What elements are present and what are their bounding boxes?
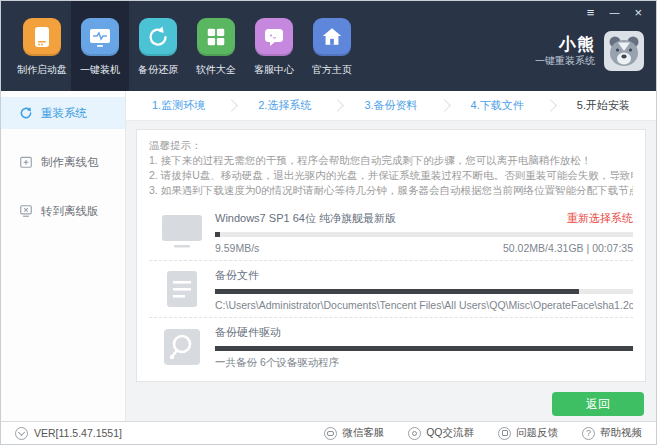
step-4-download-files: 4.下载文件	[451, 98, 544, 113]
toolbar-item-official-home[interactable]: 官方主页	[303, 1, 361, 91]
backup-files-progress-fill	[215, 289, 579, 294]
chevron-right-icon	[332, 99, 345, 112]
sidebar-item-label: 重装系统	[41, 106, 87, 121]
brand-title: 小熊	[535, 36, 595, 54]
toolbar-item-software-center[interactable]: 软件大全	[187, 1, 245, 91]
sidebar-item-reinstall-system[interactable]: 重装系统	[1, 97, 125, 129]
download-size-time: 50.02MB/4.31GB | 00:07:35	[503, 242, 633, 254]
step-label: 1.监测环境	[152, 99, 205, 111]
backup-drivers-progress-fill	[215, 346, 633, 351]
sidebar-item-label: 制作离线包	[41, 155, 99, 170]
tips-title: 温馨提示：	[149, 138, 633, 153]
footer-link-label: 帮助视频	[600, 426, 642, 440]
sidebar: 重装系统 制作离线包 转到离线版	[1, 91, 126, 421]
footer-links: 微信客服 QQ交流群 问题反馈 ? 帮助视频	[324, 426, 642, 440]
backup-files-row: 备份文件 C:\Users\Administrator\Documents\Te…	[149, 260, 633, 317]
help-video-link[interactable]: ? 帮助视频	[582, 426, 642, 440]
toolbar-item-label: 备份还原	[138, 63, 178, 77]
sidebar-item-offline-version[interactable]: 转到离线版	[1, 195, 125, 227]
menu-icon[interactable]: ≡	[587, 5, 595, 21]
feedback-icon	[498, 427, 511, 440]
backup-drivers-row: 备份硬件驱动 一共备份 6个设备驱动程序	[149, 317, 633, 376]
tip-line: 1. 接下来的过程无需您的干预，程序会帮助您自动完成剩下的步骤，您可以离开电脑稍…	[149, 153, 633, 168]
reselect-system-link[interactable]: 重新选择系统	[567, 211, 633, 226]
wechat-service-link[interactable]: 微信客服	[324, 426, 384, 440]
toolbar-item-boot-disk[interactable]: 制作启动盘	[13, 1, 71, 91]
chevron-right-icon	[438, 99, 451, 112]
system-title: Windows7 SP1 64位 纯净旗舰最新版	[215, 211, 396, 226]
qq-icon	[408, 427, 421, 440]
apps-grid-icon	[197, 18, 235, 56]
main-panel: 1.监测环境 2.选择系统 3.备份资料 4.下载文件 5.开始安装 温馨提示：…	[126, 91, 656, 421]
tips-block: 温馨提示： 1. 接下来的过程无需您的干预，程序会帮助您自动完成剩下的步骤，您可…	[149, 138, 633, 198]
backup-files-title: 备份文件	[215, 268, 259, 283]
titlebar-toolbar: ≡ — × 制作启动盘 一键装机 备份还原	[1, 1, 656, 91]
offline-version-icon	[19, 204, 33, 218]
back-button[interactable]: 返回	[552, 392, 644, 416]
backup-file-path: C:\Users\Administrator\Documents\Tencent…	[215, 299, 633, 311]
feedback-link[interactable]: 问题反馈	[498, 426, 558, 440]
tip-line: 3. 如果遇到下载速度为0的情况时请耐心等待几分钟，服务器会自动根据您当前网络位…	[149, 183, 633, 198]
sidebar-item-offline-package[interactable]: 制作离线包	[1, 146, 125, 178]
step-2-choose-system: 2.选择系统	[238, 98, 331, 113]
offline-package-icon	[19, 155, 33, 169]
window-controls: ≡ — ×	[587, 5, 642, 21]
close-icon[interactable]: ×	[634, 5, 642, 21]
sidebar-item-label: 转到离线版	[41, 204, 99, 219]
toolbar-item-label: 客服中心	[254, 63, 294, 77]
content-area: 温馨提示： 1. 接下来的过程无需您的干预，程序会帮助您自动完成剩下的步骤，您可…	[126, 121, 656, 421]
step-nav: 1.监测环境 2.选择系统 3.备份资料 4.下载文件 5.开始安装	[126, 91, 656, 121]
download-progress-fill	[215, 232, 220, 237]
step-label: 4.下载文件	[471, 99, 524, 111]
tip-line: 2. 请拔掉U盘、移动硬盘，退出光驱内的光盘，并保证系统重装过程不断电。否则重装…	[149, 168, 633, 183]
footer-link-label: 微信客服	[342, 426, 384, 440]
step-5-start-install: 5.开始安装	[557, 98, 650, 113]
qq-group-link[interactable]: QQ交流群	[408, 426, 474, 440]
backup-drivers-progress-bar	[215, 346, 633, 351]
drive-search-icon	[149, 323, 215, 370]
boot-disk-icon	[23, 18, 61, 56]
chevron-right-icon	[544, 99, 557, 112]
progress-card: 温馨提示： 1. 接下来的过程无需您的干预，程序会帮助您自动完成剩下的步骤，您可…	[136, 129, 646, 382]
toolbar-item-label: 软件大全	[196, 63, 236, 77]
toolbar-item-customer-service[interactable]: 客服中心	[245, 1, 303, 91]
step-1-monitor-env: 1.监测环境	[132, 98, 225, 113]
step-label: 2.选择系统	[258, 99, 311, 111]
brand: 小熊 一键重装系统	[535, 31, 644, 71]
chevron-right-icon	[225, 99, 238, 112]
version-label: VER[11.5.47.1551]	[15, 427, 122, 440]
brand-subtitle: 一键重装系统	[535, 54, 595, 67]
home-icon	[313, 18, 351, 56]
step-label: 3.备份资料	[364, 99, 417, 111]
toolbar-item-label: 一键装机	[80, 63, 120, 77]
wechat-icon	[324, 427, 337, 440]
footer-link-label: 问题反馈	[516, 426, 558, 440]
monitor-pulse-icon	[81, 18, 119, 56]
system-download-row: Windows7 SP1 64位 纯净旗舰最新版 重新选择系统 9.59MB/s…	[149, 204, 633, 260]
version-text: VER[11.5.47.1551]	[34, 427, 122, 439]
monitor-icon	[149, 209, 215, 254]
step-3-backup-data: 3.备份资料	[344, 98, 437, 113]
step-label: 5.开始安装	[577, 99, 630, 111]
status-bar: VER[11.5.47.1551] 微信客服 QQ交流群 问题反馈 ? 帮助视频	[1, 421, 656, 444]
actions-row: 返回	[136, 382, 646, 416]
toolbar-item-label: 制作启动盘	[17, 63, 67, 77]
backup-files-progress-bar	[215, 289, 633, 294]
chat-icon	[255, 18, 293, 56]
restore-icon	[139, 18, 177, 56]
help-icon: ?	[582, 427, 595, 440]
backup-drivers-status: 一共备份 6个设备驱动程序	[215, 356, 633, 370]
version-chevron-icon	[15, 427, 28, 440]
bear-logo	[604, 31, 644, 71]
toolbar-item-onekey-install[interactable]: 一键装机	[71, 1, 129, 91]
reinstall-icon	[19, 106, 33, 120]
app-window: ≡ — × 制作启动盘 一键装机 备份还原	[0, 0, 657, 445]
backup-drivers-title: 备份硬件驱动	[215, 325, 281, 340]
minimize-icon[interactable]: —	[609, 5, 619, 21]
download-progress-bar	[215, 232, 633, 237]
footer-link-label: QQ交流群	[426, 426, 474, 440]
toolbar-item-backup-restore[interactable]: 备份还原	[129, 1, 187, 91]
document-icon	[149, 266, 215, 311]
toolbar-item-label: 官方主页	[312, 63, 352, 77]
download-speed: 9.59MB/s	[215, 242, 259, 254]
